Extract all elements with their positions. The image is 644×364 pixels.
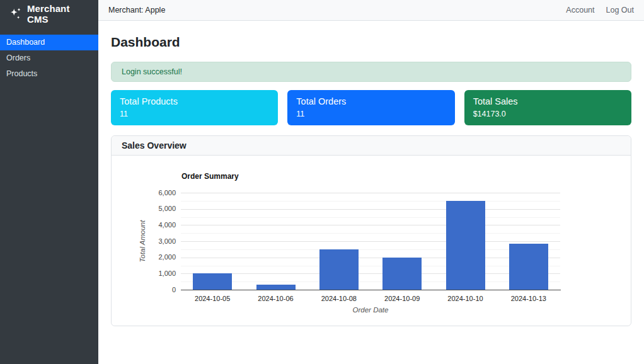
sales-overview-panel: Sales Overview Order Summary Total Amoun… (111, 135, 631, 326)
bar-2024-10-13 (509, 244, 548, 290)
card-title: Total Orders (296, 96, 446, 108)
card-title: Total Products (120, 96, 269, 108)
content-area: Merchant: Apple Account Log Out Dashboar… (98, 0, 644, 364)
merchant-label: Merchant: Apple (108, 6, 165, 14)
x-tick-label: 2024-10-08 (308, 295, 371, 302)
topbar-links: Account Log Out (566, 6, 634, 14)
y-tick-label: 2,000 (133, 253, 176, 261)
card-total-products: Total Products 11 (111, 90, 278, 125)
gridline (181, 209, 560, 210)
x-axis-title: Order Date (181, 306, 560, 314)
gridline (181, 201, 560, 202)
gridline (181, 249, 560, 250)
main-panel: Dashboard Login successful! Total Produc… (98, 21, 644, 326)
panel-header: Sales Overview (112, 136, 631, 156)
gridline (181, 273, 560, 274)
y-tick-label: 0 (133, 286, 176, 293)
gridline (181, 282, 560, 282)
bar-2024-10-06 (256, 285, 296, 290)
sidebar-nav: Dashboard Orders Products (0, 35, 98, 82)
y-tick-label: 1,000 (133, 270, 176, 277)
x-tick-label: 2024-10-05 (181, 295, 244, 302)
gridline (181, 258, 560, 258)
x-tick-label: 2024-10-10 (434, 295, 497, 302)
x-tick-label: 2024-10-13 (497, 295, 560, 302)
bar-2024-10-05 (193, 273, 232, 290)
login-success-alert: Login successful! (111, 62, 631, 82)
card-title: Total Sales (473, 96, 623, 108)
gridline (181, 233, 560, 234)
chart: Order Summary Total Amount Order Date 01… (112, 156, 631, 326)
card-total-orders: Total Orders 11 (287, 90, 454, 125)
sparkles-icon (9, 7, 23, 21)
gridline (181, 217, 560, 218)
page-title: Dashboard (111, 35, 631, 50)
logout-link[interactable]: Log Out (606, 6, 634, 14)
chart-title: Order Summary (181, 172, 239, 181)
y-tick-label: 5,000 (133, 205, 176, 212)
y-tick-label: 6,000 (133, 189, 176, 196)
bar-2024-10-09 (382, 258, 422, 290)
app-window: Merchant CMS Dashboard Orders Products M… (0, 0, 644, 364)
gridline (181, 193, 560, 193)
sidebar: Merchant CMS Dashboard Orders Products (0, 0, 98, 364)
y-tick-label: 3,000 (133, 237, 176, 245)
stat-cards-row: Total Products 11 Total Orders 11 Total … (111, 90, 631, 125)
bar-2024-10-08 (319, 249, 359, 290)
card-total-sales: Total Sales $14173.0 (464, 90, 631, 125)
x-tick-label: 2024-10-09 (371, 295, 434, 302)
bar-2024-10-10 (446, 201, 485, 290)
app-title: Merchant CMS (27, 3, 89, 25)
card-value: 11 (120, 110, 269, 118)
card-value: $14173.0 (473, 110, 623, 118)
gridline (181, 241, 560, 242)
y-tick-label: 4,000 (133, 221, 176, 229)
sidebar-item-products[interactable]: Products (0, 66, 98, 82)
card-value: 11 (296, 110, 446, 118)
account-link[interactable]: Account (566, 6, 594, 14)
sidebar-item-dashboard[interactable]: Dashboard (0, 35, 98, 50)
gridline (181, 225, 560, 225)
x-tick-label: 2024-10-06 (244, 295, 307, 302)
logo: Merchant CMS (0, 0, 98, 28)
gridline (181, 266, 560, 266)
sidebar-item-orders[interactable]: Orders (0, 50, 98, 66)
topbar: Merchant: Apple Account Log Out (98, 0, 644, 21)
x-axis-line (181, 290, 561, 290)
